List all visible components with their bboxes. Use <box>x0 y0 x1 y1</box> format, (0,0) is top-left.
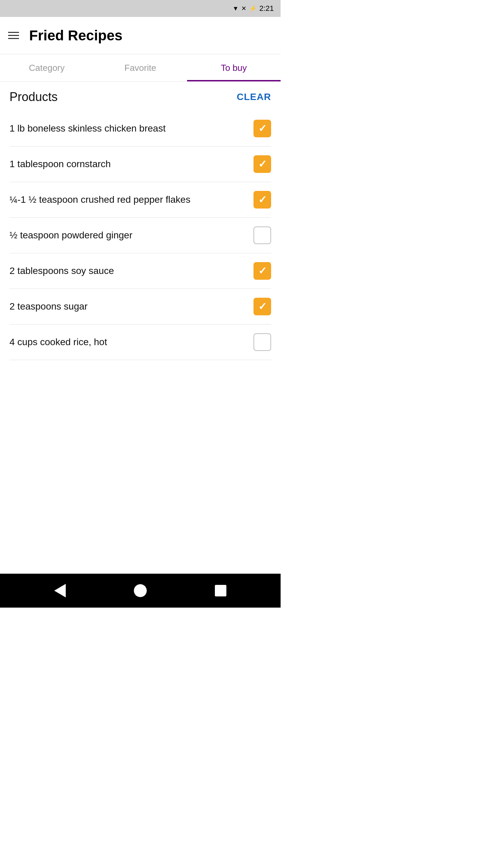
checkbox-6[interactable]: ✓ <box>253 298 271 315</box>
product-list: 1 lb boneless skinless chicken breast ✓ … <box>9 111 271 360</box>
main-content: Products CLEAR 1 lb boneless skinless ch… <box>0 82 281 574</box>
product-name: 1 tablespoon cornstarch <box>9 159 253 170</box>
tab-category[interactable]: Category <box>0 54 94 81</box>
checkbox-5[interactable]: ✓ <box>253 262 271 280</box>
product-name: 1 lb boneless skinless chicken breast <box>9 123 253 134</box>
product-name: 4 cups cooked rice, hot <box>9 337 253 348</box>
list-item: 4 cups cooked rice, hot <box>9 324 271 360</box>
product-name: ½ teaspoon powdered ginger <box>9 230 253 241</box>
product-name: 2 tablespoons soy sauce <box>9 265 253 276</box>
list-item: 2 teaspoons sugar ✓ <box>9 289 271 324</box>
checkbox-2[interactable]: ✓ <box>253 155 271 173</box>
home-button[interactable] <box>134 584 147 597</box>
clear-button[interactable]: CLEAR <box>237 92 271 102</box>
list-item: ¼-1 ½ teaspoon crushed red pepper flakes… <box>9 182 271 218</box>
product-name: 2 teaspoons sugar <box>9 301 253 312</box>
list-item: 1 lb boneless skinless chicken breast ✓ <box>9 111 271 146</box>
signal-icon: ✕ <box>241 5 246 12</box>
battery-icon: ⚡ <box>249 5 257 12</box>
back-icon <box>54 584 66 597</box>
home-icon <box>134 584 147 597</box>
tab-favorite[interactable]: Favorite <box>94 54 187 81</box>
list-item: ½ teaspoon powdered ginger <box>9 218 271 253</box>
tab-bar: Category Favorite To buy <box>0 54 281 82</box>
recent-icon <box>215 585 226 596</box>
hamburger-menu-button[interactable] <box>8 32 19 39</box>
app-header: Fried Recipes <box>0 17 281 54</box>
product-name: ¼-1 ½ teaspoon crushed red pepper flakes <box>9 194 253 205</box>
status-bar: ▼ ✕ ⚡ 2:21 <box>0 0 281 17</box>
page-title: Fried Recipes <box>29 27 122 44</box>
status-icons: ▼ ✕ ⚡ 2:21 <box>232 4 274 13</box>
wifi-icon: ▼ <box>232 5 239 12</box>
products-title: Products <box>9 90 58 104</box>
recent-button[interactable] <box>215 585 226 596</box>
list-item: 1 tablespoon cornstarch ✓ <box>9 146 271 182</box>
list-item: 2 tablespoons soy sauce ✓ <box>9 253 271 289</box>
checkbox-7[interactable] <box>253 333 271 351</box>
checkbox-3[interactable]: ✓ <box>253 191 271 209</box>
status-time: 2:21 <box>259 4 274 13</box>
checkbox-1[interactable]: ✓ <box>253 120 271 137</box>
back-button[interactable] <box>54 584 66 597</box>
checkbox-4[interactable] <box>253 226 271 244</box>
tab-to-buy[interactable]: To buy <box>187 54 281 81</box>
products-header: Products CLEAR <box>9 90 271 104</box>
bottom-navigation <box>0 574 281 608</box>
